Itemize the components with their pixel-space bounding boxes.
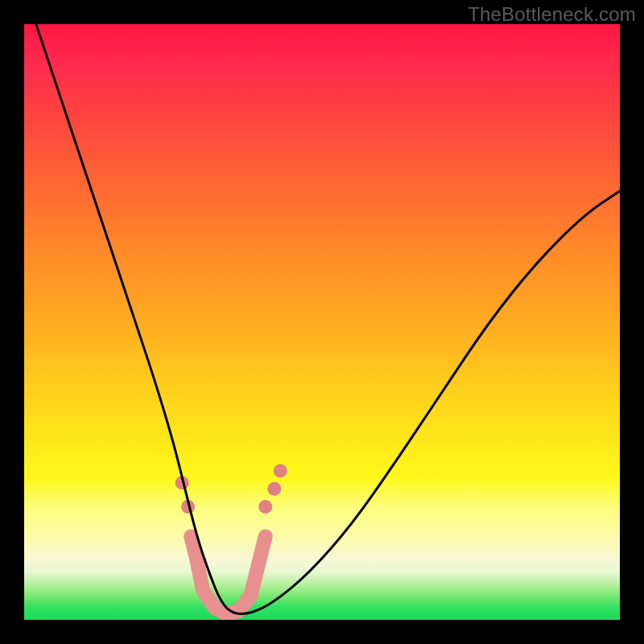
highlight-dots (175, 464, 287, 514)
highlight-dot (274, 464, 287, 478)
highlight-dot (267, 482, 281, 496)
chart-svg (24, 24, 620, 620)
plot-area (24, 24, 620, 620)
curve-series (36, 24, 620, 614)
highlight-dot (258, 500, 272, 514)
watermark-text: TheBottleneck.com (468, 3, 636, 26)
bottom-highlight (191, 536, 266, 613)
